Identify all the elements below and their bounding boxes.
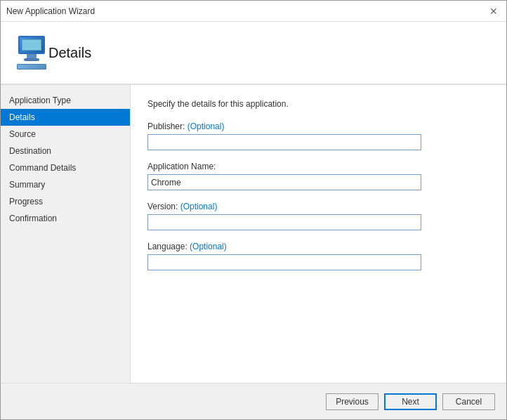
appname-input[interactable] — [147, 174, 421, 190]
language-input[interactable] — [147, 254, 421, 270]
version-label: Version: (Optional) — [147, 202, 489, 211]
sidebar-item-command-details[interactable]: Command Details — [1, 159, 130, 176]
previous-button[interactable]: Previous — [326, 393, 378, 410]
window-title: New Application Wizard — [6, 6, 95, 16]
title-bar: New Application Wizard ✕ — [1, 1, 506, 22]
header-icon — [15, 36, 48, 70]
monitor-screen — [22, 39, 41, 51]
sidebar-item-progress[interactable]: Progress — [1, 193, 130, 210]
main-content: Specify the details for this application… — [131, 85, 506, 383]
cancel-button[interactable]: Cancel — [442, 393, 495, 410]
sidebar: Application Type Details Source Destinat… — [1, 85, 131, 383]
sidebar-item-details[interactable]: Details — [1, 109, 130, 126]
application-window: New Application Wizard ✕ Details Applica… — [0, 0, 507, 420]
header-area: Details — [1, 22, 506, 85]
version-group: Version: (Optional) — [147, 202, 489, 230]
content-area: Application Type Details Source Destinat… — [1, 85, 506, 383]
instruction-text: Specify the details for this application… — [147, 99, 489, 109]
monitor-base — [24, 58, 39, 61]
publisher-group: Publisher: (Optional) — [147, 122, 489, 150]
page-title: Details — [48, 45, 91, 61]
version-input[interactable] — [147, 214, 421, 230]
language-group: Language: (Optional) — [147, 242, 489, 270]
sidebar-item-summary[interactable]: Summary — [1, 176, 130, 193]
next-button[interactable]: Next — [384, 393, 437, 410]
appname-label: Application Name: — [147, 162, 489, 171]
sidebar-item-destination[interactable]: Destination — [1, 143, 130, 159]
publisher-input[interactable] — [147, 134, 421, 150]
publisher-label: Publisher: (Optional) — [147, 122, 489, 131]
language-label: Language: (Optional) — [147, 242, 489, 251]
footer-area: Previous Next Cancel — [1, 383, 506, 419]
sidebar-item-confirmation[interactable]: Confirmation — [1, 210, 130, 227]
close-button[interactable]: ✕ — [487, 4, 501, 18]
keyboard-icon — [17, 64, 46, 70]
monitor-body — [18, 36, 45, 54]
appname-group: Application Name: — [147, 162, 489, 190]
sidebar-item-source[interactable]: Source — [1, 126, 130, 143]
sidebar-item-application-type[interactable]: Application Type — [1, 92, 130, 109]
